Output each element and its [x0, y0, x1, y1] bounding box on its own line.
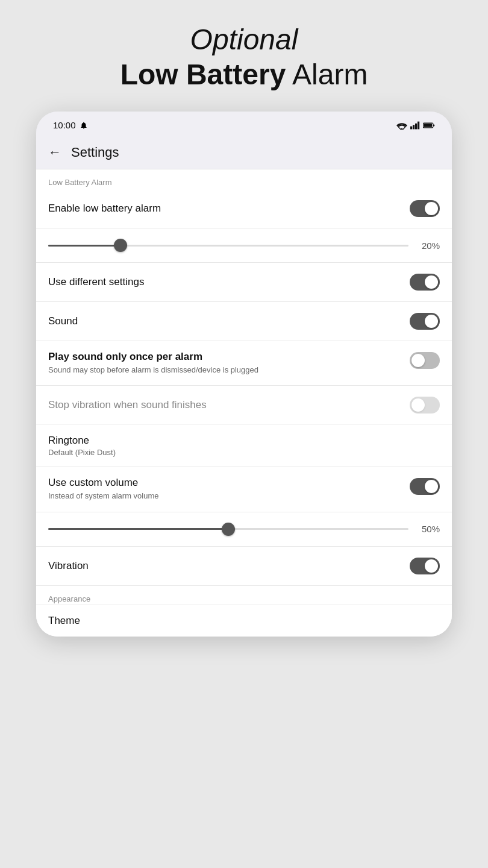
custom-volume-sublabel: Instead of system alarm volume — [48, 491, 400, 502]
enable-alarm-toggle[interactable] — [410, 200, 440, 217]
stop-vibration-toggle[interactable] — [410, 397, 440, 414]
enable-alarm-row: Enable low battery alarm — [36, 189, 452, 228]
svg-rect-2 — [413, 125, 414, 129]
settings-list: Low Battery Alarm Enable low battery ala… — [36, 169, 452, 636]
custom-volume-row: Use custom volume Instead of system alar… — [36, 467, 452, 512]
status-bar: 10:00 — [36, 112, 452, 136]
back-button[interactable]: ← — [48, 145, 61, 160]
custom-volume-text: Use custom volume Instead of system alar… — [48, 477, 410, 502]
play-sound-once-label: Play sound only once per alarm — [48, 351, 400, 363]
battery-threshold-slider[interactable] — [48, 238, 408, 253]
page-header: Optional Low Battery Alarm — [108, 0, 380, 112]
page-title: Low Battery Alarm — [120, 56, 368, 93]
battery-icon — [423, 121, 435, 130]
status-time: 10:00 — [53, 120, 76, 130]
svg-rect-4 — [418, 121, 419, 129]
section-appearance-label: Appearance — [36, 586, 452, 605]
use-different-settings-row: Use different settings — [36, 263, 452, 302]
phone-frame: 10:00 ← — [36, 112, 452, 636]
play-sound-once-row: Play sound only once per alarm Sound may… — [36, 341, 452, 386]
svg-rect-3 — [415, 123, 417, 129]
play-sound-once-toggle[interactable] — [410, 352, 440, 369]
sound-row: Sound — [36, 302, 452, 341]
use-different-settings-toggle[interactable] — [410, 274, 440, 291]
volume-slider-row: 50% — [36, 512, 452, 547]
wifi-icon — [396, 121, 407, 130]
stop-vibration-label: Stop vibration when sound finishes — [48, 399, 207, 411]
svg-point-0 — [401, 128, 403, 130]
signal-icon — [410, 121, 420, 130]
settings-title: Settings — [71, 145, 119, 160]
theme-label: Theme — [48, 615, 80, 626]
status-icons — [396, 121, 435, 130]
optional-label: Optional — [120, 24, 368, 56]
vibration-row: Vibration — [36, 547, 452, 586]
ringtone-label: Ringtone — [48, 435, 440, 447]
sound-label: Sound — [48, 315, 78, 327]
svg-rect-6 — [433, 124, 434, 126]
vibration-toggle[interactable] — [410, 558, 440, 574]
ringtone-row[interactable]: Ringtone Default (Pixie Dust) — [36, 425, 452, 467]
play-sound-once-text: Play sound only once per alarm Sound may… — [48, 351, 410, 376]
volume-slider[interactable] — [48, 522, 408, 536]
custom-volume-toggle[interactable] — [410, 478, 440, 495]
stop-vibration-row: Stop vibration when sound finishes — [36, 386, 452, 425]
enable-alarm-label: Enable low battery alarm — [48, 203, 161, 215]
theme-row[interactable]: Theme — [36, 605, 452, 637]
ringtone-value: Default (Pixie Dust) — [48, 448, 440, 457]
use-different-settings-label: Use different settings — [48, 276, 144, 288]
volume-slider-value: 50% — [416, 524, 440, 534]
svg-rect-7 — [424, 124, 432, 127]
play-sound-once-sublabel: Sound may stop before alarm is dismissed… — [48, 365, 400, 376]
svg-rect-1 — [410, 126, 412, 129]
bell-icon — [80, 121, 88, 130]
vibration-label: Vibration — [48, 560, 89, 572]
top-bar: ← Settings — [36, 136, 452, 169]
battery-threshold-value: 20% — [416, 241, 440, 251]
section-low-battery-label: Low Battery Alarm — [36, 169, 452, 189]
sound-toggle[interactable] — [410, 313, 440, 330]
battery-threshold-slider-row: 20% — [36, 228, 452, 263]
custom-volume-label: Use custom volume — [48, 477, 400, 489]
